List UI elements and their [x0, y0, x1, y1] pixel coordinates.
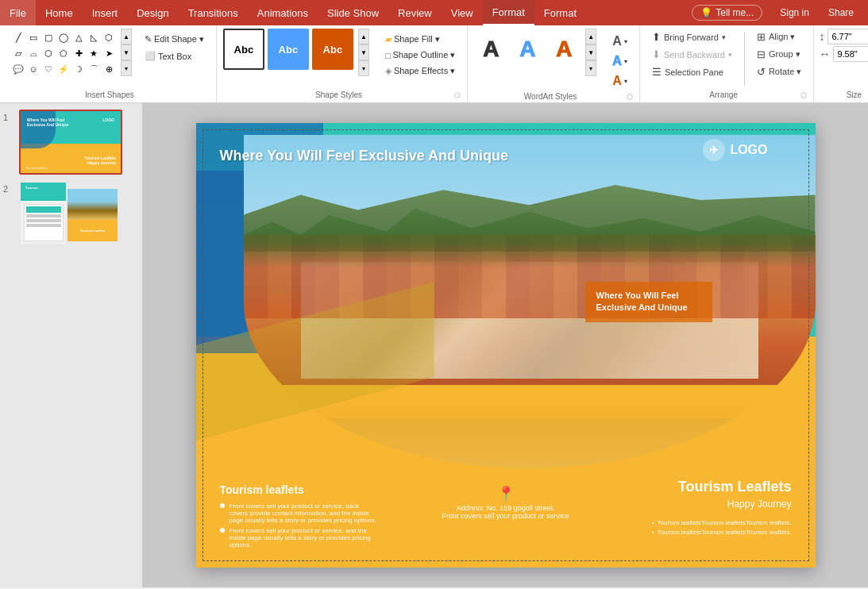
shapes-scroll-up[interactable]: ▲: [121, 29, 132, 44]
text-fill-underline: ▾: [624, 38, 627, 45]
slide-thumb-2[interactable]: Tourism Tourism Leaflets: [19, 181, 122, 246]
style-presets-scroll: ▲ ▼ ▾: [358, 29, 369, 76]
wordart-style-1[interactable]: A: [474, 29, 507, 70]
shape-line[interactable]: ╱: [11, 30, 25, 44]
rotate-button[interactable]: ↺ Rotate ▾: [751, 64, 807, 80]
shapes-scroll-more[interactable]: ▾: [121, 60, 132, 76]
width-input[interactable]: [833, 46, 868, 62]
shape-styles-expand[interactable]: ⬡: [454, 91, 461, 99]
insert-shapes-label: Insert Shapes: [10, 89, 210, 99]
text-fill-button[interactable]: A ▾: [607, 32, 633, 51]
shape-heart[interactable]: ♡: [41, 62, 56, 76]
tab-format-2[interactable]: Format: [534, 0, 586, 25]
shape-rect[interactable]: ▭: [26, 30, 41, 44]
effects-icon: ◈: [385, 66, 392, 76]
slide-bullet-2: Front covers sell your product or servic…: [220, 527, 379, 549]
wordart-scroll-down[interactable]: ▼: [585, 44, 596, 60]
tab-insert[interactable]: Insert: [83, 0, 128, 25]
presets-scroll-up[interactable]: ▲: [358, 29, 369, 44]
shape-outline-button[interactable]: □ Shape Outline ▾: [380, 48, 461, 63]
text-outline-button[interactable]: A ▾: [607, 52, 633, 71]
wordart-expand[interactable]: ⬡: [627, 93, 633, 101]
shape-trapezoid[interactable]: ⌓: [26, 46, 41, 60]
bullet-1-text: Front covers sell your product or servic…: [230, 502, 379, 524]
tab-file[interactable]: File: [0, 0, 36, 25]
slide-bottom-right: Tourism Leaflets Happy Journey • Tourism…: [652, 479, 792, 536]
align-button[interactable]: ⊞ Align ▾: [751, 29, 807, 45]
text-effects-button[interactable]: A ▾: [607, 71, 633, 90]
main-city-image: [244, 135, 816, 468]
tell-me-box[interactable]: 💡 Tell me...: [692, 5, 762, 21]
presets-scroll-down[interactable]: ▼: [358, 44, 369, 60]
tab-review[interactable]: Review: [388, 0, 442, 25]
tab-format-1[interactable]: Format: [483, 0, 534, 25]
shapes-row-1: ╱ ▭ ▢ ◯ △ ◺ ⬡: [11, 30, 116, 44]
tab-animations[interactable]: Animations: [248, 0, 318, 25]
shape-effects-button[interactable]: ◈ Shape Effects ▾: [380, 64, 461, 79]
shape-parallelogram[interactable]: ▱: [11, 46, 25, 60]
height-icon: ↕: [819, 30, 824, 43]
slide-number-1: 1: [3, 113, 14, 122]
bring-forward-label: Bring Forward: [664, 33, 719, 42]
shape-smiley[interactable]: ☺: [26, 62, 41, 76]
logo-icon: ✈: [703, 139, 725, 161]
shape-rounded-rect[interactable]: ▢: [41, 30, 56, 44]
bullet-2-text: Front covers sell your product or servic…: [230, 527, 379, 549]
edit-shape-button[interactable]: ✎ Edit Shape ▾: [139, 32, 210, 47]
canvas-area: Where You Will Feel Exclusive And Unique…: [143, 103, 868, 587]
arrange-column-2: ⊞ Align ▾ ⊟ Group ▾ ↺ Rotate ▾: [751, 29, 807, 89]
tab-home[interactable]: Home: [36, 0, 83, 25]
slide-bottom-content: Tourism leaflets Front covers sell your …: [220, 483, 379, 552]
shapes-scroll-down[interactable]: ▼: [121, 44, 132, 60]
shape-oval[interactable]: ◯: [56, 30, 71, 44]
shape-octagon[interactable]: ⬠: [56, 46, 71, 60]
shape-callout[interactable]: 💬: [11, 62, 25, 76]
shape-hexagon[interactable]: ⬡: [41, 46, 56, 60]
presets-scroll-more[interactable]: ▾: [358, 60, 369, 76]
wordart-style-2[interactable]: A: [511, 29, 544, 70]
group-button[interactable]: ⊟ Group ▾: [751, 46, 807, 63]
shape-preset-1[interactable]: Abc: [223, 29, 264, 70]
selection-pane-label: Selection Pane: [665, 67, 723, 77]
shape-preset-3[interactable]: Abc: [312, 29, 353, 70]
height-input[interactable]: [827, 29, 868, 44]
send-backward-button[interactable]: ⬇ Send Backward ▾: [646, 46, 738, 63]
shape-moon[interactable]: ☽: [71, 62, 86, 76]
shapes-row-2: ▱ ⌓ ⬡ ⬠ ✚ ★ ➤: [11, 46, 116, 60]
slide-canvas[interactable]: Where You Will Feel Exclusive And Unique…: [196, 123, 816, 568]
wordart-scroll-more[interactable]: ▾: [585, 60, 596, 76]
rotate-label: Rotate ▾: [769, 67, 801, 77]
tab-design[interactable]: Design: [127, 0, 178, 25]
shape-cross[interactable]: ✚: [71, 46, 86, 60]
wordart-style-3[interactable]: A: [547, 29, 581, 70]
shape-lightning[interactable]: ⚡: [56, 62, 71, 76]
shape-star[interactable]: ★: [87, 46, 101, 60]
slide-thumb-1[interactable]: Where You Will FeelExclusive And Unique …: [19, 110, 122, 175]
shape-bracket[interactable]: ⌒: [87, 62, 101, 76]
share-button[interactable]: Share: [820, 4, 862, 21]
shape-arrow[interactable]: ➤: [102, 46, 116, 60]
slide-item-2[interactable]: 2 Tourism Tourism Le: [3, 181, 139, 246]
width-icon: ↔: [819, 48, 830, 60]
text-box-button[interactable]: ⬜ Text Box: [139, 48, 210, 64]
slide-item-1[interactable]: 1 Where You Will FeelExclusive And Uniqu…: [3, 110, 139, 175]
selection-pane-button[interactable]: ☰ Selection Pane: [646, 64, 738, 80]
shape-preset-2[interactable]: Abc: [268, 29, 309, 70]
shape-triangle[interactable]: △: [71, 30, 86, 44]
sign-in-button[interactable]: Sign in: [772, 4, 817, 21]
shape-preset-1-label: Abc: [234, 44, 254, 56]
edit-shape-label: Edit Shape ▾: [154, 34, 204, 44]
tab-view[interactable]: View: [442, 0, 483, 25]
shape-diamond[interactable]: ⬡: [102, 30, 116, 44]
shape-custom[interactable]: ⊕: [102, 62, 116, 76]
wordart-scroll-up[interactable]: ▲: [585, 29, 596, 44]
orange-box-text: Where You Will Feel Exclusive And Unique: [596, 291, 688, 312]
arrange-expand[interactable]: ⬡: [800, 91, 807, 99]
bring-forward-button[interactable]: ⬆ Bring Forward ▾: [646, 29, 738, 45]
shape-fill-button[interactable]: ▰ Shape Fill ▾: [380, 32, 461, 47]
shape-rtriangle[interactable]: ◺: [87, 30, 101, 44]
tab-slideshow[interactable]: Slide Show: [318, 0, 388, 25]
slide-headline: Where You Will Feel Exclusive And Unique: [220, 147, 509, 165]
tab-transitions[interactable]: Transitions: [179, 0, 248, 25]
fill-icon: ▰: [385, 34, 392, 44]
